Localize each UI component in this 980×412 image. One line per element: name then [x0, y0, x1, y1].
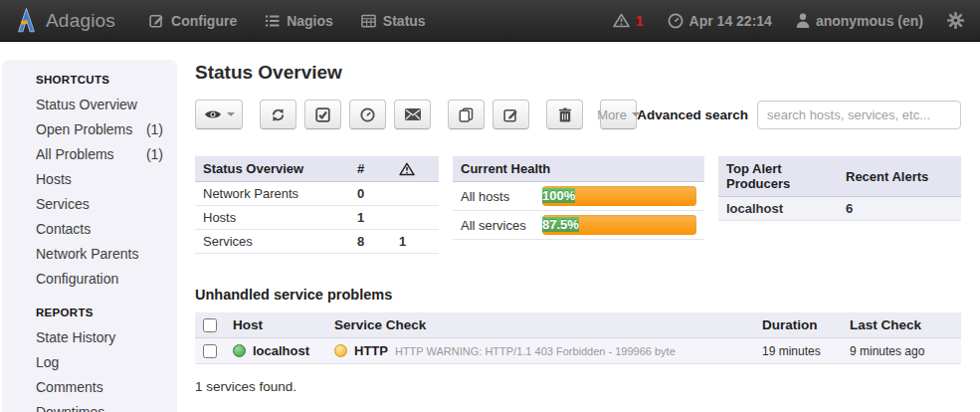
summary-panels: Status Overview # Network Parents 0 Host…	[195, 156, 961, 254]
schedule-downtime-button[interactable]	[349, 100, 386, 129]
host-column-header: Host	[233, 317, 334, 332]
sidebar-item-label: Contacts	[36, 221, 91, 237]
sidebar-item-services[interactable]: Services	[36, 191, 163, 216]
refresh-button[interactable]	[260, 100, 296, 129]
host-name[interactable]: localhost	[253, 343, 309, 358]
gear-icon	[947, 12, 964, 29]
alert-host: localhost	[726, 201, 846, 216]
select-all-cell	[203, 318, 233, 332]
alert-count: 6	[846, 201, 953, 216]
search-input[interactable]	[757, 101, 961, 129]
send-notification-button[interactable]	[394, 100, 431, 129]
hosts-health-bar: 100%	[542, 186, 696, 206]
sidebar-item-label: Configuration	[36, 271, 118, 287]
main-content: Status Overview	[195, 56, 961, 394]
edit-icon	[503, 107, 518, 122]
sidebar-item-all-problems[interactable]: All Problems (1)	[36, 141, 163, 166]
warning-icon	[613, 13, 630, 28]
nav-link-nagios[interactable]: Nagios	[265, 13, 333, 29]
sidebar-item-comments[interactable]: Comments	[36, 374, 163, 399]
sidebar-item-count: (1)	[146, 121, 163, 137]
more-label: More	[597, 107, 627, 122]
delete-button[interactable]	[546, 100, 583, 129]
service-cell: HTTP HTTP WARNING: HTTP/1.1 403 Forbidde…	[334, 343, 762, 358]
status-overview-panel: Status Overview # Network Parents 0 Host…	[195, 156, 439, 254]
sidebar-item-contacts[interactable]: Contacts	[36, 216, 163, 241]
copy-button[interactable]	[448, 100, 485, 129]
sidebar-item-label: Hosts	[36, 171, 72, 187]
nav-link-configure[interactable]: Configure	[149, 13, 237, 29]
service-detail: HTTP WARNING: HTTP/1.1 403 Forbidden - 1…	[395, 345, 676, 357]
acknowledge-button[interactable]	[304, 100, 341, 129]
service-name[interactable]: HTTP	[354, 343, 388, 358]
status-row-hosts[interactable]: Hosts 1	[195, 206, 439, 230]
datetime-label: Apr 14 22:14	[689, 13, 772, 29]
sidebar-item-configuration[interactable]: Configuration	[36, 266, 163, 291]
navbar-datetime[interactable]: Apr 14 22:14	[668, 13, 772, 29]
page-title: Status Overview	[195, 62, 961, 84]
sidebar-item-label: Services	[36, 196, 90, 212]
sidebar-item-state-history[interactable]: State History	[36, 324, 163, 349]
sidebar-item-log[interactable]: Log	[36, 349, 163, 374]
host-ok-status-icon	[233, 344, 246, 357]
sidebar-item-status-overview[interactable]: Status Overview	[36, 92, 163, 116]
user-label: anonymous (en)	[816, 13, 923, 29]
sidebar-item-downtimes[interactable]: Downtimes	[36, 399, 163, 412]
status-icon	[361, 14, 376, 28]
brand[interactable]: Adagios	[16, 7, 115, 34]
last-check-column-header: Last Check	[850, 317, 953, 332]
alert-count-badge: 1	[636, 13, 644, 29]
last-check-value: 9 minutes ago	[850, 344, 953, 358]
navbar-settings[interactable]	[947, 12, 964, 29]
nav-link-label: Status	[383, 13, 426, 29]
health-panel-header: Current Health	[453, 156, 704, 182]
sidebar-item-label: Downtimes	[36, 404, 104, 412]
navbar-user[interactable]: anonymous (en)	[796, 13, 923, 29]
status-row-services[interactable]: Services 8 1	[195, 230, 439, 254]
sidebar-item-label: Log	[36, 354, 59, 370]
nav-link-label: Configure	[171, 13, 237, 29]
sidebar-item-label: Network Parents	[36, 246, 138, 262]
row-label: Services	[203, 234, 357, 249]
navbar-alerts[interactable]: 1	[613, 13, 644, 29]
host-cell: localhost	[233, 343, 334, 358]
sidebar-item-label: State History	[36, 329, 115, 345]
advanced-search: Advanced search	[637, 101, 961, 129]
alert-panel-header: Top Alert Producers Recent Alerts	[718, 156, 961, 197]
alert-row-localhost[interactable]: localhost 6	[718, 197, 961, 221]
view-dropdown-button[interactable]	[195, 100, 243, 129]
recent-alerts-header: Recent Alerts	[846, 169, 953, 184]
caret-down-icon	[227, 112, 235, 116]
duration-value: 19 minutes	[762, 344, 850, 358]
sidebar-section-shortcuts: SHORTCUTS Status Overview Open Problems …	[36, 74, 163, 291]
sidebar-item-label: Status Overview	[36, 97, 137, 112]
status-row-network-parents[interactable]: Network Parents 0	[195, 182, 439, 206]
unhandled-problems-section: Unhandled service problems Host Service …	[195, 287, 961, 394]
hosts-health-bar-fill: 100%	[542, 188, 575, 203]
sidebar: SHORTCUTS Status Overview Open Problems …	[2, 60, 177, 412]
sidebar-item-network-parents[interactable]: Network Parents	[36, 241, 163, 266]
brand-name: Adagios	[46, 10, 115, 32]
top-alert-producers-panel: Top Alert Producers Recent Alerts localh…	[718, 156, 961, 254]
edit-button[interactable]	[492, 100, 529, 129]
refresh-icon	[271, 107, 286, 122]
check-square-icon	[315, 107, 330, 122]
nagios-icon	[265, 14, 280, 28]
sidebar-item-hosts[interactable]: Hosts	[36, 166, 163, 191]
select-all-checkbox[interactable]	[203, 318, 217, 332]
more-dropdown-button[interactable]: More	[600, 100, 637, 129]
service-warning-status-icon	[334, 344, 347, 357]
sidebar-item-open-problems[interactable]: Open Problems (1)	[36, 116, 163, 141]
sidebar-item-count: (1)	[146, 146, 163, 162]
nav-link-status[interactable]: Status	[361, 13, 426, 29]
row-checkbox[interactable]	[203, 344, 217, 358]
toolbar: More Advanced search	[195, 100, 961, 129]
row-problem-count: 1	[399, 234, 431, 249]
current-health-panel: Current Health All hosts 100% All servic…	[453, 156, 704, 254]
health-row-hosts: All hosts 100%	[453, 182, 704, 211]
row-select-cell	[203, 344, 233, 358]
sidebar-item-label: All Problems	[36, 146, 114, 162]
row-count: 8	[357, 234, 399, 249]
count-column-header: #	[357, 161, 399, 176]
problem-row[interactable]: localhost HTTP HTTP WARNING: HTTP/1.1 40…	[195, 338, 961, 364]
